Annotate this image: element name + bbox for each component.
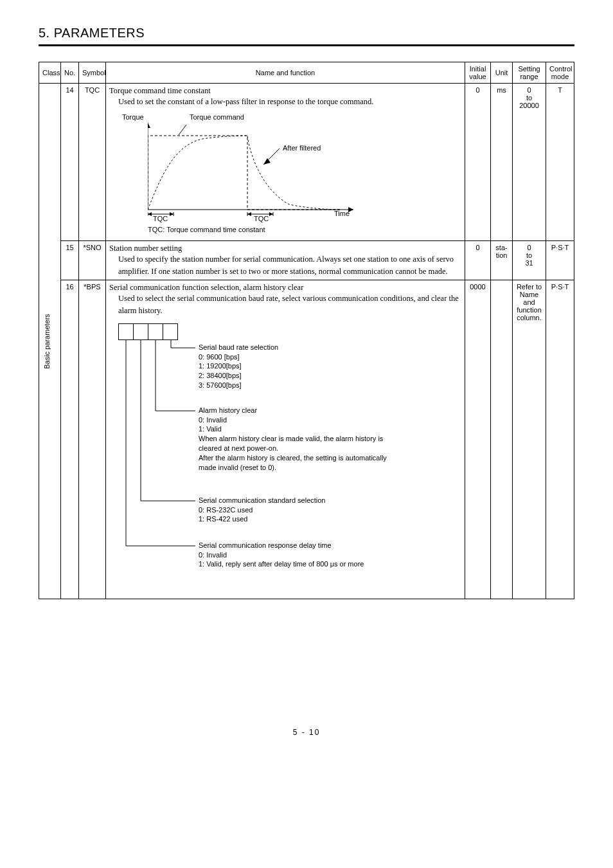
table-row: 16 *BPS Serial communication function se… (39, 280, 574, 599)
name-function-cell: Station number setting Used to specify t… (106, 240, 465, 280)
param-title: Torque command time constant (109, 86, 461, 96)
control-cell: P·S·T (546, 280, 574, 599)
after-filtered-top: After filtered (283, 144, 321, 152)
header-no: No. (61, 62, 79, 84)
section-title: 5. PARAMETERS (39, 26, 574, 41)
control-cell: T (546, 84, 574, 241)
symbol-cell: *BPS (79, 280, 106, 599)
svg-marker-10 (148, 212, 152, 216)
no-cell: 14 (61, 84, 79, 241)
digit-3 (118, 323, 134, 340)
symbol-cell: TQC (79, 84, 106, 241)
symbol-cell: *SNO (79, 240, 106, 280)
svg-line-4 (179, 125, 186, 135)
parameter-table: Class No. Symbol Name and function Initi… (39, 62, 574, 599)
param-title: Serial communication function selection,… (109, 283, 461, 293)
param-body: Used to set the constant of a low-pass f… (118, 96, 461, 108)
initial-cell: 0 (465, 84, 491, 241)
header-class: Class (39, 62, 61, 84)
svg-marker-11 (170, 212, 173, 216)
initial-cell: 0 (465, 240, 491, 280)
table-header-row: Class No. Symbol Name and function Initi… (39, 62, 574, 84)
section-rule (39, 44, 574, 46)
control-cell: P·S·T (546, 240, 574, 280)
unit-cell: ms (491, 84, 513, 241)
digit-row (118, 323, 461, 340)
torque-plot (148, 120, 360, 222)
param-body: Used to select the serial communication … (118, 293, 461, 317)
svg-marker-16 (269, 212, 273, 216)
header-initial: Initial value (465, 62, 491, 84)
header-setting: Setting range (513, 62, 546, 84)
torque-axis-label: Torque (122, 113, 144, 121)
name-function-cell: Torque command time constant Used to set… (106, 84, 465, 241)
branch-delay: Serial communication response delay time… (199, 541, 391, 570)
svg-marker-15 (247, 212, 251, 216)
page-number: 5 - 10 (39, 728, 574, 737)
unit-cell: sta- tion (491, 240, 513, 280)
digit-2 (133, 323, 148, 340)
time-label: Time (334, 210, 350, 217)
torque-diagram: Torque Torque command (122, 113, 366, 235)
svg-marker-3 (148, 123, 150, 128)
table-row: 15 *SNO Station number setting Used to s… (39, 240, 574, 280)
param-title: Station number setting (109, 244, 461, 253)
param-body: Used to specify the station number for s… (118, 253, 461, 278)
initial-cell: 0000 (465, 280, 491, 599)
branch-standard: Serial communication standard selection … (199, 496, 391, 525)
class-label: Basic parameters (42, 314, 50, 369)
torque-caption: TQC: Torque command time constant (148, 226, 265, 233)
table-row: Basic parameters 14 TQC Torque command t… (39, 84, 574, 241)
branch-baud: Serial baud rate selection 0: 9600 [bps]… (199, 343, 391, 390)
header-control: Control mode (546, 62, 574, 84)
no-cell: 15 (61, 240, 79, 280)
branch-alarm: Alarm history clear 0: Invalid 1: Valid … (199, 406, 391, 473)
header-symbol: Symbol (79, 62, 106, 84)
bps-diagram: Serial baud rate selection 0: 9600 [bps]… (118, 323, 461, 593)
digit-1 (148, 323, 163, 340)
setting-cell: Refer to Name and function column. (513, 280, 546, 599)
tqc-marker-2: TQC (254, 215, 269, 222)
class-cell: Basic parameters (39, 84, 61, 599)
setting-cell: 0 to 31 (513, 240, 546, 280)
unit-cell (491, 280, 513, 599)
header-unit: Unit (491, 62, 513, 84)
digit-0 (163, 323, 178, 340)
svg-marker-6 (263, 158, 271, 165)
branch-lines (118, 340, 202, 593)
header-name: Name and function (106, 62, 465, 84)
setting-cell: 0 to 20000 (513, 84, 546, 241)
tqc-marker-1: TQC (153, 215, 168, 222)
no-cell: 16 (61, 280, 79, 599)
name-function-cell: Serial communication function selection,… (106, 280, 465, 599)
